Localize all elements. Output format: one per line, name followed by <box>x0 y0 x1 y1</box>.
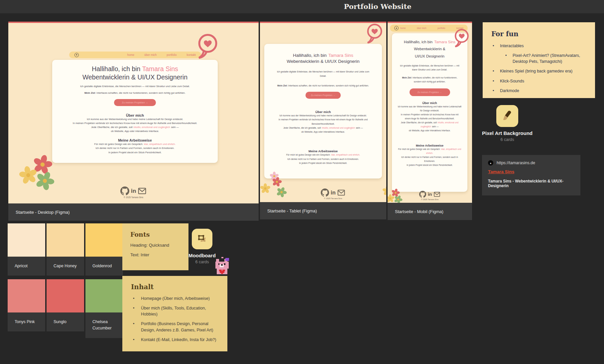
mockup-desktop-page: ★ home über mich portfolio kontakt Halli… <box>8 23 259 203</box>
github-icon[interactable] <box>120 186 129 195</box>
board-pixel-art-background[interactable]: Pixel Art Background 6 cards <box>480 105 535 142</box>
mail-icon[interactable] <box>433 191 440 198</box>
frames-icon[interactable] <box>192 229 212 249</box>
note-for-fun[interactable]: For fun Interactables Pixel-Art? Animier… <box>483 22 595 98</box>
mockup-method-title: Meine Arbeitsweise <box>264 149 382 153</box>
heart-bubble-doodle <box>453 28 470 48</box>
mock-nav-contact[interactable]: kontakt <box>187 53 196 57</box>
mockup-mobile-page: ★ home über mich portfolio kontakt Halli… <box>388 23 472 203</box>
mockup-goal: Mein Ziel: Interfaces schaffen, die nich… <box>52 91 218 95</box>
note-title: For fun <box>491 30 586 38</box>
swatch-color[interactable] <box>8 223 45 257</box>
frame-mobile[interactable]: ★ home über mich portfolio kontakt Halli… <box>388 22 472 220</box>
mail-icon[interactable] <box>138 186 147 195</box>
color-swatch-chelsea-cucumber[interactable]: Chelsea Cucumber <box>85 279 123 338</box>
mockup-goal: Mein Ziel: Interfaces schaffen, die nich… <box>277 84 370 88</box>
mockup-intro: Ich gestalte digitale Erlebnisse, die Me… <box>277 70 370 78</box>
list-item: Pixel-Art? Animiert? (StreamAvatars, Des… <box>491 53 586 64</box>
note-fonts[interactable]: Fonts Heading: Quicksand Text: Inter <box>122 223 188 270</box>
mock-nav-home[interactable]: home <box>127 53 134 57</box>
link-description: Tamara Sins - Webentwicklerin & UI/UX-De… <box>488 179 574 188</box>
mockup-method-title: Meine Arbeitsweise <box>52 138 218 142</box>
github-icon[interactable] <box>419 191 426 198</box>
color-swatch-apricot[interactable]: Apricot <box>8 223 45 276</box>
logo-star-icon[interactable]: ★ <box>74 53 79 57</box>
list-item: Kontakt (E-Mail, LinkedIn, Insta für Job… <box>131 337 219 343</box>
swatch-label: Cape Honey <box>47 257 84 276</box>
link-title[interactable]: Tamara Sins <box>488 169 514 174</box>
mockup-hero-heading: Hallihallo, ich binTamara Sins Webentwic… <box>264 53 382 64</box>
mockup-nav-links: home über mich portfolio kontakt <box>127 53 196 57</box>
hero-name: Tamara Sins <box>142 65 178 72</box>
swatch-color[interactable] <box>8 279 45 312</box>
pixel-bear-sticker[interactable] <box>215 257 230 276</box>
swatch-color[interactable] <box>47 223 84 257</box>
frame-tablet[interactable]: ★ home über mich portfolio kontakt Halli… <box>260 22 386 219</box>
fonts-text-line: Text: Inter <box>130 252 181 257</box>
color-swatch-goldenrod[interactable]: Goldenrod <box>85 223 123 276</box>
list-item: Interactables <box>491 43 586 49</box>
frame-caption-tablet[interactable]: Startseite - Tablet (Figma) <box>260 202 386 219</box>
paintbrush-icon[interactable] <box>496 105 518 127</box>
linkedin-icon[interactable]: in <box>131 188 136 194</box>
site-favicon-icon: ▲ <box>488 160 493 166</box>
board-label: Pixel Art Background <box>480 130 535 136</box>
mockup-navbar: ★ home über mich portfolio kontakt <box>69 52 201 58</box>
mockup-footer: in © 2025 Tamara Sins <box>8 186 259 198</box>
color-swatch-cape-honey[interactable]: Cape Honey <box>47 223 84 276</box>
mock-nav-portfolio[interactable]: portfolio <box>167 53 177 57</box>
mockup-hero-card: Hallihallo, ich binTamara Sins Webentwic… <box>52 60 218 163</box>
mockup-hero-card: Hallihallo, ich binTamara Sins Webentwic… <box>392 33 467 192</box>
mockup-copyright: © 2025 Tamara Sins <box>388 198 472 200</box>
heart-bubble-doodle <box>366 23 384 45</box>
color-swatch-tonys-pink[interactable]: Tonys Pink <box>8 279 45 331</box>
frame-caption-desktop[interactable]: Startseite - Desktop (Figma) <box>8 203 259 221</box>
color-swatch-sunglo[interactable]: Sunglo <box>47 279 84 331</box>
mockup-footer: in © 2025 Tamara Sins <box>388 191 472 200</box>
mock-nav-about[interactable]: über mich <box>417 27 426 29</box>
mockup-intro: Ich gestalte digitale Erlebnisse, die Me… <box>399 64 461 72</box>
board-title[interactable]: Portfolio Website <box>344 0 411 13</box>
swatch-label: Apricot <box>8 257 45 276</box>
list-item: Portfolio (Business Design, Personal Des… <box>131 321 219 333</box>
board-header: Portfolio Website <box>0 0 604 13</box>
note-inhalt[interactable]: Inhalt Homepage (Über mich, Arbeitsweise… <box>122 276 227 351</box>
swatch-color[interactable] <box>47 279 84 312</box>
swatch-label: Chelsea Cucumber <box>85 312 123 338</box>
mockup-copyright: © 2025 Tamara Sins <box>280 197 386 199</box>
linkedin-icon[interactable]: in <box>428 192 432 197</box>
link-card[interactable]: ▲ https://tamarasins.de Tamara Sins Tama… <box>482 155 580 195</box>
mockup-intro: Ich gestalte digitale Erlebnisse, die Me… <box>52 84 218 88</box>
hero-name: Tamara Sins <box>434 40 455 44</box>
linkedin-icon[interactable]: in <box>331 190 336 196</box>
mockup-cta-button[interactable]: Zu meinen Projekten → <box>114 99 156 106</box>
link-url: https://tamarasins.de <box>497 161 535 165</box>
moodboard-canvas[interactable]: Portfolio Website ★ home über mich portf… <box>0 0 604 364</box>
mockup-hero-card: Hallihallo, ich binTamara Sins Webentwic… <box>264 44 382 179</box>
mockup-cta-button[interactable]: Zu meinen Projekten → <box>410 88 450 96</box>
mockup-about-title: Über mich <box>392 101 467 105</box>
pixel-bear-icon <box>215 257 230 276</box>
list-item: Homepage (Über mich, Arbeitsweise) <box>131 296 219 302</box>
frame-caption-mobile[interactable]: Startseite - Mobil (Figma) <box>388 203 472 220</box>
list-item: Über mich (Skills, Tools, Education, Hob… <box>131 305 219 317</box>
mockup-copyright: © 2025 Tamara Sins <box>8 196 259 198</box>
frame-desktop[interactable]: ★ home über mich portfolio kontakt Halli… <box>8 22 259 221</box>
swatch-color[interactable] <box>85 279 123 312</box>
note-title: Fonts <box>130 231 181 238</box>
mockup-method-title: Meine Arbeitsweise <box>392 144 467 147</box>
mock-nav-home[interactable]: home <box>400 27 406 29</box>
mockup-cta-button[interactable]: Zu meinen Projekten → <box>305 92 341 99</box>
github-icon[interactable] <box>321 188 329 197</box>
hero-name: Tamara Sins <box>328 53 353 58</box>
logo-star-icon[interactable]: ★ <box>394 26 399 30</box>
list-item: Darkmode <box>491 88 586 94</box>
mock-nav-about[interactable]: über mich <box>144 53 157 57</box>
list-item: Klick-Sounds <box>491 78 586 84</box>
mail-icon[interactable] <box>337 188 345 197</box>
for-fun-list: Interactables Pixel-Art? Animiert? (Stre… <box>491 43 586 94</box>
swatch-color[interactable] <box>85 223 123 257</box>
mock-nav-portfolio[interactable]: portfolio <box>437 27 445 29</box>
swatch-label: Tonys Pink <box>8 312 45 331</box>
mockup-footer: in © 2025 Tamara Sins <box>280 188 386 199</box>
